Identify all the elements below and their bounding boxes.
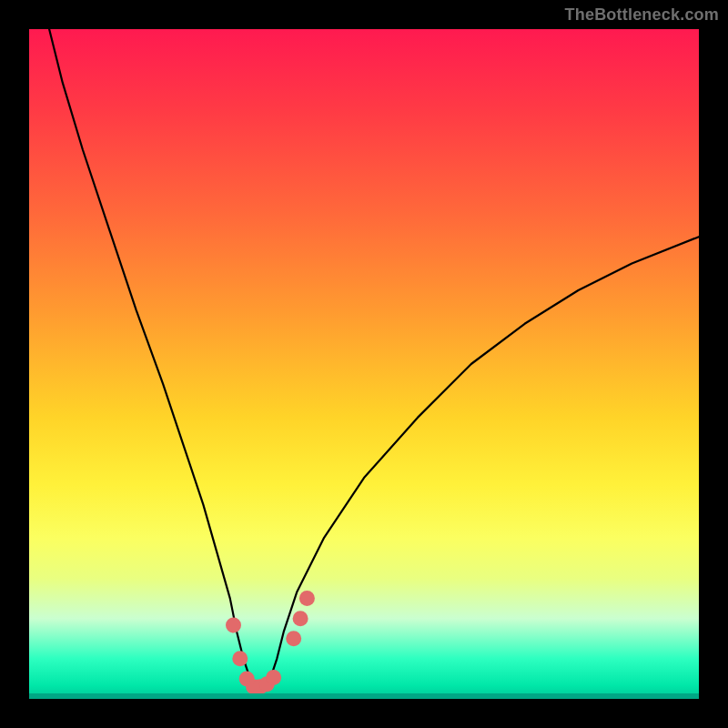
bottleneck-curve	[49, 29, 699, 689]
curve-marker	[232, 651, 248, 666]
curve-marker	[286, 631, 301, 646]
chart-plot-area	[29, 29, 699, 699]
curve-marker	[293, 611, 308, 626]
curve-marker	[266, 670, 281, 685]
curve-marker	[226, 618, 241, 633]
chart-svg	[29, 29, 699, 699]
watermark-text: TheBottleneck.com	[565, 5, 719, 25]
curve-marker	[299, 591, 315, 606]
chart-frame: TheBottleneck.com	[0, 0, 728, 728]
